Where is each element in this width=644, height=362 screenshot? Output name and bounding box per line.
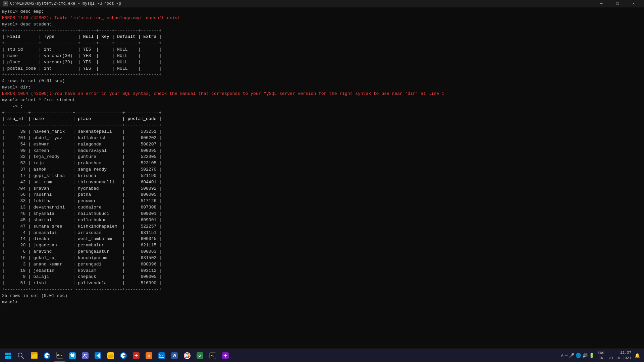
terminal-line: | postal_code | int | YES | | NULL | | bbox=[2, 66, 642, 72]
svg-rect-15 bbox=[159, 354, 164, 357]
terminal-line: | 4 | annamalai | arrakonam | 631151 | bbox=[2, 230, 642, 236]
terminal-line: -> ; bbox=[2, 104, 642, 110]
svg-rect-8 bbox=[32, 355, 37, 358]
mic-icon[interactable]: 🎤 bbox=[569, 353, 574, 358]
terminal-line: | place | varchar(30) | YES | | NULL | | bbox=[2, 59, 642, 66]
language-indicator[interactable]: ENG IN bbox=[596, 351, 606, 360]
titlebar: ■ C:\WINDOWS\system32\cmd.exe - mysql -u… bbox=[0, 0, 644, 7]
terminal-line: +-------------+--------------+------+---… bbox=[2, 40, 642, 47]
terminal-line: 25 rows in set (0.01 sec) bbox=[2, 293, 642, 299]
terminal-line: | 704 | sravan | hydrabad | 500092 | bbox=[2, 186, 642, 192]
notification-center-icon[interactable]: 🔔 bbox=[635, 353, 640, 358]
terminal-line: ERROR 1146 (42S02): Table 'information_t… bbox=[2, 15, 642, 21]
terminal-line: +-------------+--------------+------+---… bbox=[2, 28, 642, 34]
terminal-line: mysql> dir; bbox=[2, 84, 642, 91]
terminal-line: | 51 | rishi | pulivendula | 516390 | bbox=[2, 280, 642, 287]
terminal-line: +---------+----------------+------------… bbox=[2, 110, 642, 116]
close-button[interactable]: ✕ bbox=[626, 0, 641, 7]
terminal-line: | 39 | naveen_manik | sakenatepelli | 53… bbox=[2, 129, 642, 135]
taskbar-word[interactable]: W bbox=[168, 350, 180, 362]
terminal-line: | 13 | devatharhini | cuddalore | 607308… bbox=[2, 204, 642, 211]
terminal-line: +-------------+--------------+------+---… bbox=[2, 72, 642, 78]
terminal-line: +---------+----------------+------------… bbox=[2, 287, 642, 293]
search-button[interactable] bbox=[15, 350, 27, 362]
terminal-line: | 47 | sumana_sree | kishkindhapalem | 5… bbox=[2, 224, 642, 230]
terminal-line: | 9 | balaji | chepauk | 600005 | bbox=[2, 274, 642, 280]
svg-rect-0 bbox=[5, 353, 8, 355]
terminal-line: | 3 | anand_kumar | perungudi | 600096 | bbox=[2, 261, 642, 268]
terminal-output: mysql> desc emp;ERROR 1146 (42S02): Tabl… bbox=[0, 7, 644, 349]
terminal-line: | 701 | abdul_riyaz | kallakurichi | 606… bbox=[2, 135, 642, 141]
system-clock[interactable]: 12:37 21-10-2021 bbox=[608, 350, 633, 361]
terminal-line: 4 rows in set (0.01 sec) bbox=[2, 78, 642, 84]
taskbar-terminal[interactable]: ▶_ bbox=[207, 350, 219, 362]
cmd-icon: ■ bbox=[3, 1, 8, 6]
terminal-line: | 42 | sai_ram | thiruvanamalli | 604401… bbox=[2, 179, 642, 186]
taskbar-edge2[interactable] bbox=[117, 350, 129, 362]
svg-point-10 bbox=[86, 354, 88, 355]
svg-rect-2 bbox=[5, 356, 8, 359]
taskbar-right: ⋀ ⌨ 🎤 🌐 🔊 🔋 ENG IN 12:37 21-10-2021 🔔 bbox=[561, 350, 643, 361]
terminal-line: | 45 | shakthi | nallathukudi | 609001 | bbox=[2, 217, 642, 224]
network-icon[interactable]: 🌐 bbox=[576, 353, 581, 358]
maximize-button[interactable]: □ bbox=[610, 0, 625, 7]
terminal-line: | 54 | eshwar | nalagonda | 508207 | bbox=[2, 141, 642, 148]
volume-icon[interactable]: 🔊 bbox=[582, 353, 588, 358]
taskbar-purple-app[interactable] bbox=[219, 350, 231, 362]
terminal-line: | 14 | divakar | west_tambaram | 600045 … bbox=[2, 236, 642, 242]
taskbar-file-explorer[interactable] bbox=[28, 350, 40, 362]
terminal-line: mysql> desc emp; bbox=[2, 9, 642, 15]
window-controls: ─ □ ✕ bbox=[594, 0, 641, 7]
svg-rect-7 bbox=[32, 354, 34, 355]
terminal-line: | 16 | gokul_raj | kanchipuram | 631502 … bbox=[2, 255, 642, 261]
window-title: C:\WINDOWS\system32\cmd.exe - mysql -u r… bbox=[10, 1, 594, 6]
keyboard-icon[interactable]: ⌨ bbox=[565, 353, 568, 358]
terminal-line: | Field | Type | Null | Key | Default | … bbox=[2, 34, 642, 40]
terminal-line: | 20 | jegadesan | perambalur | 621115 | bbox=[2, 242, 642, 249]
svg-point-9 bbox=[84, 354, 86, 355]
terminal-line: mysql> bbox=[2, 299, 642, 306]
terminal-line: | 32 | teja_reddy | gunture | 522305 | bbox=[2, 154, 642, 160]
terminal-line: | 53 | raja | prakasham | 523105 | bbox=[2, 160, 642, 167]
tray-expand[interactable]: ⋀ bbox=[561, 354, 564, 358]
taskbar: C:\ bbox=[0, 349, 644, 362]
terminal-line: | 56 | raushni | patna | 800005 | bbox=[2, 192, 642, 198]
terminal-line: | 37 | ashok | sanga_reddy | 502270 | bbox=[2, 167, 642, 173]
svg-rect-1 bbox=[8, 353, 11, 355]
terminal-line: ERROR 1064 (42000): You have an error in… bbox=[2, 91, 642, 97]
terminal-line: | 99 | kamesh | maduravayal | 600095 | bbox=[2, 148, 642, 154]
terminal-line: | 17 | gopi_krishna | krishna | 521190 | bbox=[2, 173, 642, 179]
taskbar-store[interactable] bbox=[66, 350, 78, 362]
taskbar-chrome[interactable] bbox=[181, 350, 193, 362]
svg-line-5 bbox=[22, 357, 24, 359]
terminal-line: | stu_id | name | place | postal_code | bbox=[2, 116, 642, 122]
power-icon[interactable]: 🔋 bbox=[589, 353, 594, 358]
taskbar-vscode[interactable] bbox=[92, 350, 104, 362]
svg-rect-18 bbox=[198, 353, 202, 358]
taskbar-teams[interactable] bbox=[79, 350, 91, 362]
svg-rect-3 bbox=[8, 356, 11, 359]
terminal-line: mysql> select * from student bbox=[2, 97, 642, 104]
taskbar-folder2[interactable] bbox=[105, 350, 117, 362]
terminal-line: | 19 | jebastin | kovalam | 603112 | bbox=[2, 268, 642, 274]
terminal-line: | name | varchar(30) | YES | | NULL | | bbox=[2, 53, 642, 59]
terminal-line: +---------+----------------+------------… bbox=[2, 122, 642, 129]
taskbar-items: C:\ bbox=[28, 350, 231, 362]
svg-point-17 bbox=[186, 355, 188, 356]
svg-point-4 bbox=[18, 353, 22, 357]
taskbar-mail[interactable] bbox=[156, 350, 168, 362]
terminal-line: | 33 | lohitha | penumur | 517126 | bbox=[2, 198, 642, 204]
taskbar-edge[interactable] bbox=[41, 350, 53, 362]
system-tray: ⋀ ⌨ 🎤 🌐 🔊 🔋 bbox=[561, 353, 594, 358]
minimize-button[interactable]: ─ bbox=[594, 0, 609, 7]
terminal-line: | stu_id | int | YES | | NULL | | bbox=[2, 47, 642, 53]
taskbar-orange-app[interactable] bbox=[143, 350, 155, 362]
taskbar-red-app[interactable] bbox=[130, 350, 142, 362]
terminal-line: | 46 | shyamala | nallathukudi | 609001 … bbox=[2, 211, 642, 217]
taskbar-green-app[interactable] bbox=[194, 350, 206, 362]
terminal-line: | 6 | aravind | perungalatur | 600063 | bbox=[2, 249, 642, 255]
svg-rect-12 bbox=[108, 354, 110, 355]
taskbar-cmd[interactable]: C:\ bbox=[54, 350, 66, 362]
start-button[interactable] bbox=[1, 350, 15, 362]
terminal-line: mysql> desc student; bbox=[2, 21, 642, 28]
